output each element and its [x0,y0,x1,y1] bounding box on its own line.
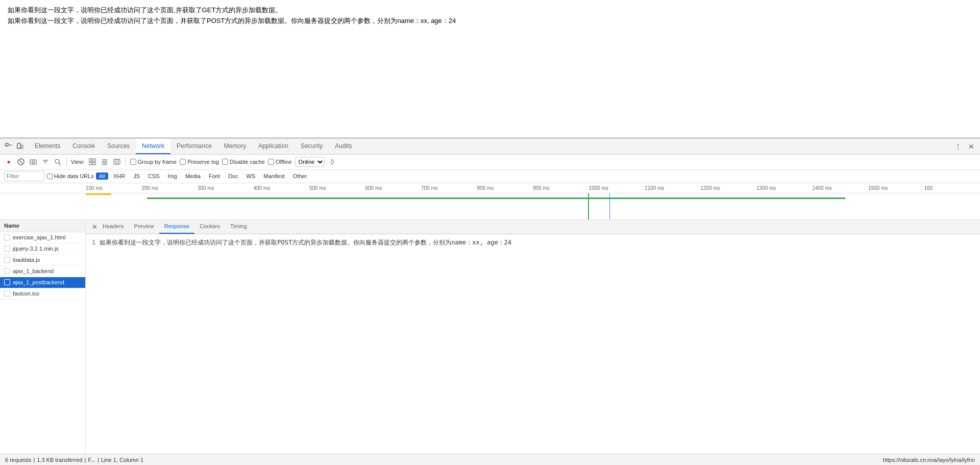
tab-audits[interactable]: Audits [329,139,358,154]
screenshot-button[interactable] [29,157,38,166]
filter-button[interactable] [41,157,50,166]
filter-type-manifest[interactable]: Manifest [260,173,288,180]
network-filter-bar: Hide data URLs All XHR JS CSS Img Media … [0,170,980,183]
filter-type-img[interactable]: Img [165,173,180,180]
status-separator-2: | [85,457,86,463]
bottom-url: https://nilocals.cn:nna/layv/lylna/lyfnn [883,457,975,463]
timeline-label-800: 800 ms [477,185,533,191]
detail-tab-timing[interactable]: Timing [225,220,252,234]
svg-rect-16 [93,162,95,165]
hide-data-urls-label[interactable]: Hide data URLs [54,173,94,179]
filter-type-other[interactable]: Other [290,173,310,180]
disable-cache-checkbox[interactable] [222,159,228,165]
tab-sources[interactable]: Sources [101,139,136,154]
view-grid-button[interactable] [88,157,97,166]
detail-tab-response[interactable]: Response [159,220,195,234]
detail-content: 1如果你看到这一段文字，说明你已经成功访问了这个页面，并获取POST方式的异步加… [86,234,980,454]
tab-console[interactable]: Console [66,139,101,154]
waterfall-overview [0,193,980,220]
view-list-button[interactable] [100,157,109,166]
detail-tab-headers[interactable]: Headers [97,220,129,234]
timeline-label-100: 100 ms [86,185,142,191]
filter-type-ws[interactable]: WS [243,173,258,180]
devtools-tabs: Elements Console Sources Network Perform… [4,139,358,154]
timeline-label-1100: 1100 ms [645,185,701,191]
group-by-frame-group: Group by frame [130,159,177,165]
device-toolbar-icon[interactable] [15,142,24,151]
timeline-ruler: 100 ms 200 ms 300 ms 400 ms 500 ms 600 m… [0,183,980,193]
filter-type-media[interactable]: Media [182,173,204,180]
devtools-topbar-right: ⋮ ✕ [953,142,976,151]
tab-elements[interactable]: Elements [29,139,66,154]
svg-rect-14 [93,159,95,161]
timeline-label-900: 900 ms [533,185,589,191]
file-item-jquery[interactable]: jquery-3.2.1.min.js [0,243,85,255]
network-panel: ● [0,155,980,465]
file-item-favicon[interactable]: favicon.ico [0,288,85,300]
filter-type-js[interactable]: JS [130,173,143,180]
file-item-ajax1post[interactable]: ajax_1_postbackend [0,277,85,288]
search-button[interactable] [53,157,62,166]
timeline-green-bar [147,198,845,199]
svg-rect-3 [21,145,23,149]
hide-data-urls-group: Hide data URLs [47,173,94,179]
svg-line-5 [19,160,22,163]
network-toolbar: ● [0,155,980,170]
timeline-label-1200: 1200 ms [701,185,757,191]
toolbar-separator-1 [66,157,67,166]
tab-memory[interactable]: Memory [218,139,252,154]
file-item-loaddata[interactable]: loaddata.js [0,255,85,266]
status-bar: 6 requests | 1.3 KB transferred | F... |… [0,454,980,465]
view-filmstrip-button[interactable] [112,157,121,166]
inspect-element-icon[interactable] [4,142,13,151]
tab-network[interactable]: Network [136,139,170,154]
file-icon-favicon [4,290,10,297]
svg-line-12 [59,163,61,165]
filter-input[interactable] [4,171,45,181]
detail-tab-cookies[interactable]: Cookies [194,220,225,234]
tab-performance[interactable]: Performance [170,139,218,154]
offline-label[interactable]: Offline [276,159,292,165]
timeline-label-1300: 1300 ms [756,185,813,191]
status-separator-3: | [97,457,99,463]
svg-rect-2 [17,143,20,149]
record-button[interactable]: ● [4,157,13,166]
close-devtools-icon[interactable]: ✕ [967,142,976,151]
preserve-log-checkbox[interactable] [180,159,186,165]
tab-security[interactable]: Security [295,139,329,154]
preserve-log-label[interactable]: Preserve log [187,159,219,165]
devtools-topbar: Elements Console Sources Network Perform… [0,139,980,155]
filter-type-css[interactable]: CSS [145,173,163,180]
timeline-label-1000: 1000 ms [589,185,645,191]
file-icon-jquery [4,246,10,252]
group-by-frame-checkbox[interactable] [130,159,136,165]
detail-close-button[interactable]: ✕ [92,223,97,231]
detail-panel: ✕ Headers Preview Response Cookies Timin… [86,220,980,454]
filter-type-xhr[interactable]: XHR [110,173,128,180]
offline-checkbox[interactable] [268,159,274,165]
file-item-exercise[interactable]: exercise_ajax_1.html [0,232,85,243]
throttling-select[interactable]: Online [295,157,325,167]
custom-throttle-icon[interactable] [328,157,337,166]
file-name-loaddata: loaddata.js [13,257,40,263]
page-content-area: 如果你看到这一段文字，说明你已经成功访问了这个页面,并获取了GET方式的异步加载… [0,0,980,138]
disable-cache-label[interactable]: Disable cache [230,159,265,165]
file-name-ajax1post: ajax_1_postbackend [13,279,64,285]
hide-data-urls-checkbox[interactable] [47,174,53,179]
file-name-exercise: exercise_ajax_1.html [13,234,65,240]
finish-time: F... [88,457,95,463]
filter-type-all[interactable]: All [96,173,108,180]
more-options-icon[interactable]: ⋮ [953,142,963,151]
clear-button[interactable] [16,157,26,166]
detail-tab-preview[interactable]: Preview [129,220,159,234]
filter-type-font[interactable]: Font [206,173,223,180]
file-item-ajax1[interactable]: ajax_1_backend [0,266,85,277]
filter-type-doc[interactable]: Doc [225,173,241,180]
transferred-size: 1.3 KB transferred [37,457,82,463]
file-icon-exercise [4,234,10,240]
svg-rect-6 [30,160,36,164]
network-body: Name exercise_ajax_1.html jquery-3.2.1.m… [0,220,980,454]
group-by-frame-label[interactable]: Group by frame [138,159,177,165]
timeline-orange-marker [86,193,111,195]
tab-application[interactable]: Application [252,139,295,154]
